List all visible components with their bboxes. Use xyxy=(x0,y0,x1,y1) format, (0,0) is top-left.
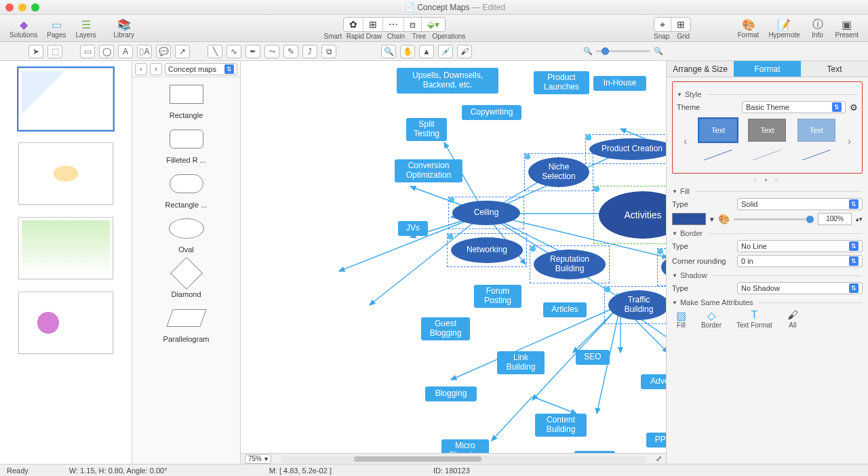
shape-diam[interactable]: Diamond xyxy=(136,260,236,298)
node-blogging[interactable]: Blogging xyxy=(425,386,477,401)
zoom-out-icon[interactable]: 🔍 xyxy=(583,47,593,56)
mode-segmented[interactable]: ✿ ⊞ ⋯ ⧈ ⬙▾ xyxy=(343,17,446,32)
snap-button[interactable]: ⌖ xyxy=(654,18,671,31)
info-button[interactable]: ⓘInfo xyxy=(806,16,830,40)
pen-tool[interactable]: ✒ xyxy=(245,45,260,58)
brush-tool[interactable]: 🖌 xyxy=(457,45,472,58)
library-button[interactable]: 📚Library xyxy=(110,16,139,40)
node-ppc[interactable]: PPC xyxy=(646,433,666,448)
zoom-tool[interactable]: 🔍 xyxy=(381,45,396,58)
shadow-type-dropdown[interactable]: No Shadow⇅ xyxy=(737,282,863,294)
node-activities[interactable]: Activities xyxy=(599,191,666,239)
node-content-building[interactable]: Content Building xyxy=(535,414,587,437)
lib-back-button[interactable]: ‹ xyxy=(135,63,147,75)
shape-rrect[interactable]: Rectangle ... xyxy=(136,171,236,209)
snapgrid-segmented[interactable]: ⌖ ⊞ xyxy=(654,17,691,32)
shape-rect[interactable]: Rectangle xyxy=(136,81,236,119)
shape-oval[interactable]: Oval xyxy=(136,216,236,254)
node-product-launches[interactable]: Product Launches xyxy=(534,71,589,94)
shape-frect[interactable]: Filleted R ... xyxy=(136,126,236,164)
same-border-button[interactable]: ◇Border xyxy=(701,309,722,329)
canvas[interactable]: Upsells, Downsells, Backend, etc. Produc… xyxy=(241,61,666,464)
theme-dropdown[interactable]: Basic Theme⇅ xyxy=(742,101,846,113)
style-swatch-1[interactable]: Text xyxy=(699,119,737,142)
close-icon[interactable] xyxy=(5,3,14,12)
solutions-button[interactable]: ◆Solutions xyxy=(5,16,41,40)
style-swatch-3[interactable]: Text xyxy=(797,119,835,142)
page-thumb-1[interactable] xyxy=(18,68,113,130)
pages-button[interactable]: ▭Pages xyxy=(43,16,70,40)
style-next-icon[interactable]: › xyxy=(846,136,852,146)
node-inhouse[interactable]: In-House xyxy=(593,76,646,91)
style-arrow-3[interactable] xyxy=(797,146,835,163)
style-prev-icon[interactable]: ‹ xyxy=(682,136,688,146)
node-traffic[interactable]: Traffic Building xyxy=(608,290,666,320)
lib-dropdown[interactable]: Concept maps⇅ xyxy=(165,63,237,75)
format-button[interactable]: 🎨Format xyxy=(734,16,764,40)
fill-opacity-slider[interactable] xyxy=(734,218,814,220)
stamp-tool[interactable]: ▲ xyxy=(419,45,434,58)
marquee-tool[interactable]: ⬚ xyxy=(47,45,62,58)
color-wheel-icon[interactable]: 🎨 xyxy=(718,214,730,224)
connector-tool[interactable]: ⤴ xyxy=(302,45,317,58)
layers-button[interactable]: ☰Layers xyxy=(72,16,100,40)
node-jvs[interactable]: JVs xyxy=(398,221,428,236)
textbox-tool[interactable]: ⌷A xyxy=(137,45,152,58)
node-upsells[interactable]: Upsells, Downsells, Backend, etc. xyxy=(397,68,498,94)
bezier-tool[interactable]: ⤳ xyxy=(264,45,279,58)
border-type-dropdown[interactable]: No Line⇅ xyxy=(737,240,863,252)
rect-tool[interactable]: ▭ xyxy=(80,45,95,58)
tab-arrange[interactable]: Arrange & Size xyxy=(667,61,734,77)
curve-tool[interactable]: ∿ xyxy=(226,45,241,58)
pointer-tool[interactable]: ➤ xyxy=(28,45,43,58)
zoom-in-icon[interactable]: 🔍 xyxy=(654,47,663,56)
grid-button[interactable]: ⊞ xyxy=(671,18,690,31)
shape-para[interactable]: Parallelogram xyxy=(136,305,236,343)
hypernote-button[interactable]: 📝Hypernote xyxy=(764,16,804,40)
callout-tool[interactable]: 💬 xyxy=(156,45,171,58)
ellipse-tool[interactable]: ◯ xyxy=(99,45,114,58)
node-seo[interactable]: SEO xyxy=(576,350,610,365)
node-forum-posting[interactable]: Forum Posting xyxy=(474,285,521,308)
node-networking[interactable]: Networking xyxy=(451,237,523,263)
zoom-slider[interactable]: 🔍 🔍 xyxy=(583,47,663,56)
same-all-button[interactable]: 🖌All xyxy=(787,309,798,329)
fill-color-well[interactable] xyxy=(672,213,706,225)
h-scrollbar[interactable] xyxy=(281,456,646,462)
style-pager[interactable]: ○ ● ○ xyxy=(672,176,863,183)
node-split-testing[interactable]: Split Testing xyxy=(406,118,447,141)
group-tool[interactable]: ⧉ xyxy=(321,45,336,58)
line-tool[interactable]: ╲ xyxy=(208,45,222,58)
mode-tree[interactable]: ⧈ xyxy=(404,18,422,31)
gear-icon[interactable]: ⚙ xyxy=(850,102,858,113)
page-thumb-4[interactable] xyxy=(18,292,113,354)
hand-tool[interactable]: ✋ xyxy=(400,45,415,58)
mode-chain[interactable]: ⋯ xyxy=(383,18,404,31)
node-reputation[interactable]: Reputation Building xyxy=(534,250,606,279)
fill-opacity-value[interactable]: 100% xyxy=(818,213,852,225)
tab-text[interactable]: Text xyxy=(801,61,868,77)
page-thumb-3[interactable] xyxy=(18,217,113,279)
minimize-icon[interactable] xyxy=(18,3,26,12)
node-guest-blogging[interactable]: Guest Blogging xyxy=(421,317,470,340)
style-arrow-2[interactable] xyxy=(748,146,786,163)
mode-rapid[interactable]: ⊞ xyxy=(363,18,383,31)
node-customer-service[interactable]: Customer Service xyxy=(661,252,666,282)
eyedropper-tool[interactable]: 💉 xyxy=(438,45,453,58)
mode-ops[interactable]: ⬙▾ xyxy=(422,18,445,31)
expand-icon[interactable]: ⤢ xyxy=(656,454,662,463)
page-thumb-2[interactable] xyxy=(18,142,113,205)
zoom-dropdown[interactable]: 75%▾ xyxy=(245,454,271,464)
lib-fwd-button[interactable]: › xyxy=(150,63,162,75)
corner-dropdown[interactable]: 0 in⇅ xyxy=(737,255,863,267)
fill-type-dropdown[interactable]: Solid⇅ xyxy=(737,198,863,210)
style-arrow-1[interactable] xyxy=(699,146,737,163)
text-tool[interactable]: A xyxy=(118,45,133,58)
tab-format[interactable]: Format xyxy=(734,61,801,77)
mode-smart[interactable]: ✿ xyxy=(344,18,363,31)
maximize-icon[interactable] xyxy=(31,3,39,12)
style-swatch-2[interactable]: Text xyxy=(748,119,786,142)
node-articles[interactable]: Articles xyxy=(543,302,587,317)
node-product-creation[interactable]: Product Creation xyxy=(589,138,666,160)
node-conversion[interactable]: Conversion Optimization xyxy=(395,159,462,182)
